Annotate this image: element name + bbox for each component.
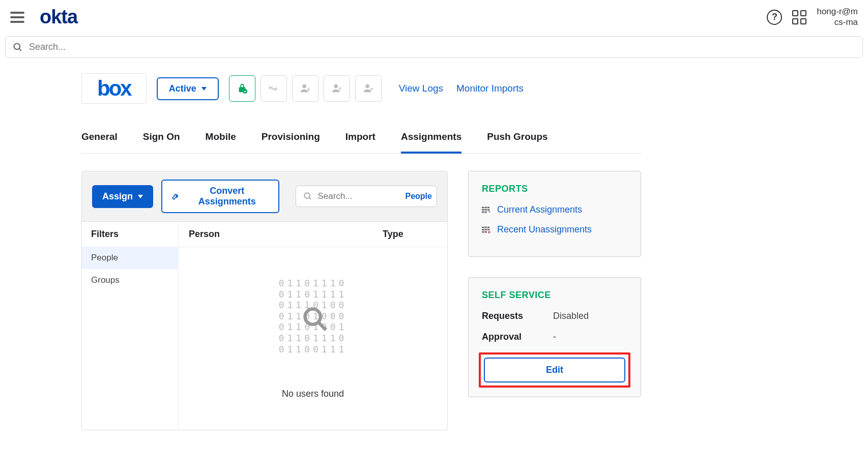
app-logo: box — [81, 73, 147, 104]
approval-value: - — [553, 332, 556, 342]
requests-value: Disabled — [553, 311, 589, 321]
assignment-search: People — [296, 186, 437, 207]
approval-label: Approval — [482, 332, 553, 342]
provision-users-icon-button[interactable] — [324, 75, 350, 102]
svg-rect-22 — [484, 229, 487, 230]
svg-rect-10 — [482, 206, 484, 208]
tab-general[interactable]: General — [81, 124, 118, 154]
svg-rect-25 — [484, 231, 487, 232]
requests-label: Requests — [482, 311, 553, 321]
svg-rect-15 — [487, 209, 490, 211]
reports-title: REPORTS — [482, 184, 627, 194]
svg-line-9 — [319, 322, 326, 330]
svg-point-6 — [305, 193, 310, 198]
federation-icon-button[interactable] — [261, 75, 287, 102]
svg-rect-23 — [487, 229, 490, 230]
tab-assignments[interactable]: Assignments — [401, 124, 461, 154]
svg-rect-16 — [482, 211, 484, 213]
global-search[interactable] — [5, 36, 863, 58]
okta-logo: okta — [40, 6, 77, 28]
person-down-icon — [300, 83, 311, 94]
filter-groups[interactable]: Groups — [82, 269, 178, 291]
report-remove-icon — [482, 226, 491, 233]
user-menu[interactable]: hong-r@m cs-ma — [817, 7, 858, 27]
status-dropdown[interactable]: Active — [157, 77, 219, 100]
deprovision-users-icon-button[interactable] — [355, 75, 382, 102]
svg-rect-12 — [487, 206, 490, 208]
svg-point-0 — [14, 43, 20, 49]
view-logs-link[interactable]: View Logs — [399, 83, 443, 94]
assignment-search-input[interactable] — [317, 191, 389, 201]
self-service-card: SELF SERVICE Requests Disabled Approval … — [468, 277, 641, 397]
svg-point-8 — [305, 309, 321, 324]
search-scope-dropdown[interactable]: People — [396, 186, 437, 206]
person-x-icon — [363, 83, 374, 94]
app-tabs: General Sign On Mobile Provisioning Impo… — [81, 124, 641, 154]
svg-point-3 — [302, 84, 306, 88]
svg-rect-13 — [482, 209, 484, 211]
tab-push-groups[interactable]: Push Groups — [487, 124, 547, 154]
svg-rect-21 — [482, 229, 484, 230]
import-users-icon-button[interactable] — [292, 75, 319, 102]
svg-rect-11 — [484, 206, 487, 208]
col-type: Type — [383, 229, 403, 240]
svg-rect-17 — [484, 211, 487, 213]
report-icon — [482, 206, 491, 214]
help-icon[interactable]: ? — [767, 10, 782, 25]
hamburger-menu-icon[interactable] — [10, 12, 24, 23]
global-search-input[interactable] — [29, 42, 855, 52]
empty-message: No users found — [179, 389, 447, 399]
svg-rect-20 — [487, 226, 490, 228]
tab-mobile[interactable]: Mobile — [206, 124, 236, 154]
svg-point-5 — [365, 84, 369, 88]
apps-grid-icon[interactable] — [792, 10, 806, 24]
svg-rect-24 — [482, 231, 484, 232]
tab-import[interactable]: Import — [345, 124, 375, 154]
reports-card: REPORTS Current Assignments Recent Unass… — [468, 171, 641, 257]
assign-button[interactable]: Assign — [92, 185, 153, 208]
edit-button[interactable]: Edit — [484, 358, 625, 382]
svg-line-1 — [19, 48, 21, 50]
magnify-icon — [302, 306, 328, 332]
svg-rect-18 — [482, 226, 484, 228]
recent-unassignments-link[interactable]: Recent Unassignments — [497, 224, 592, 235]
search-icon — [303, 192, 312, 201]
svg-point-4 — [334, 84, 337, 88]
current-assignments-link[interactable]: Current Assignments — [497, 204, 582, 215]
edit-highlight: Edit — [479, 352, 630, 388]
person-up-icon — [331, 83, 342, 94]
col-person: Person — [189, 229, 220, 240]
authentication-icon-button[interactable] — [229, 75, 255, 102]
svg-rect-14 — [484, 209, 487, 211]
binary-art: 01101110 01101111 01110100 01101000 0110… — [253, 278, 373, 376]
svg-line-7 — [309, 197, 311, 199]
svg-rect-19 — [484, 226, 487, 228]
handshake-icon — [267, 83, 280, 94]
convert-assignments-button[interactable]: Convert Assignments — [161, 180, 279, 213]
wrench-icon — [171, 192, 180, 201]
self-service-title: SELF SERVICE — [482, 290, 627, 301]
filter-people[interactable]: People — [82, 247, 178, 269]
empty-state: 01101110 01101111 01110100 01101000 0110… — [179, 247, 447, 430]
filters-heading: Filters — [82, 222, 178, 247]
tab-sign-on[interactable]: Sign On — [143, 124, 180, 154]
monitor-imports-link[interactable]: Monitor Imports — [456, 83, 524, 94]
search-icon — [13, 42, 23, 52]
tab-provisioning[interactable]: Provisioning — [262, 124, 320, 154]
lock-check-icon — [237, 83, 248, 94]
